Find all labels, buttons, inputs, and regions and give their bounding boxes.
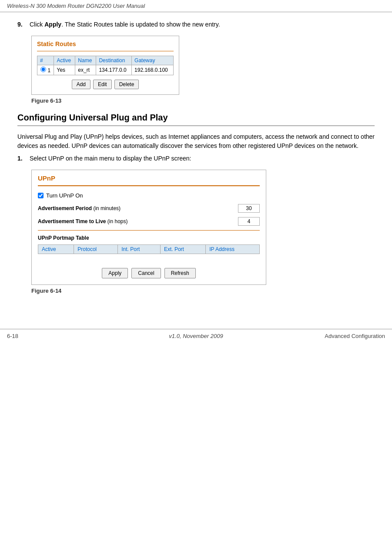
figure-6-13-caption: Figure 6-13 xyxy=(31,97,375,104)
upnp-divider2 xyxy=(38,230,260,231)
adv-period-row: Advertisement Period (in minutes) xyxy=(38,204,260,213)
static-routes-divider xyxy=(37,51,174,51)
step-9-text: Click Apply. The Static Routes table is … xyxy=(30,21,220,28)
footer-right: Advanced Configuration xyxy=(325,333,385,339)
step-1-text: Select UPnP on the main menu to display … xyxy=(30,155,191,162)
step-1: 1. Select UPnP on the main menu to displ… xyxy=(17,155,375,167)
col-hash: # xyxy=(37,56,54,65)
header-title: Wireless-N 300 Modem Router DGN2200 User… xyxy=(7,3,145,9)
upnp-title: UPnP xyxy=(38,174,260,182)
portmap-col-protocol: Protocol xyxy=(74,245,118,254)
step-1-number: 1. xyxy=(17,155,26,167)
upnp-box: UPnP Turn UPnP On Advertisement Period (… xyxy=(31,170,266,285)
apply-bold: Apply xyxy=(44,21,61,28)
refresh-button[interactable]: Refresh xyxy=(164,268,196,278)
edit-button[interactable]: Edit xyxy=(93,80,112,89)
adv-ttl-row: Advertisement Time to Live (in hops) xyxy=(38,217,260,226)
cell-name: ex_rt xyxy=(75,65,96,75)
upnp-divider xyxy=(38,185,260,186)
step-9-number: 9. xyxy=(17,21,26,33)
cell-gateway: 192.168.0.100 xyxy=(132,65,174,75)
adv-ttl-label: Advertisement Time to Live (in hops) xyxy=(38,218,238,224)
cell-active: Yes xyxy=(54,65,75,75)
figure-6-14-caption: Figure 6-14 xyxy=(31,288,375,294)
row-radio[interactable] xyxy=(40,67,46,72)
footer-center: v1.0, November 2009 xyxy=(169,333,223,339)
turn-upnp-on-checkbox[interactable] xyxy=(38,193,44,198)
portmap-col-active: Active xyxy=(38,245,74,254)
adv-period-suffix: (in minutes) xyxy=(92,205,121,211)
col-gateway: Gateway xyxy=(132,56,174,65)
step-9: 9. Click Apply. The Static Routes table … xyxy=(17,21,375,33)
upnp-buttons: Apply Cancel Refresh xyxy=(38,268,260,278)
static-routes-title: Static Routes xyxy=(37,40,174,47)
page-footer: 6-18 v1.0, November 2009 Advanced Config… xyxy=(0,329,392,343)
static-routes-box: Static Routes # Active Name Destination … xyxy=(31,36,179,95)
turn-upnp-on-label: Turn UPnP On xyxy=(46,192,83,199)
portmap-table: Active Protocol Int. Port Ext. Port IP A… xyxy=(38,244,260,263)
col-name: Name xyxy=(75,56,96,65)
col-destination: Destination xyxy=(96,56,132,65)
portmap-empty-row xyxy=(38,254,260,263)
static-routes-buttons: Add Edit Delete xyxy=(37,80,174,89)
apply-button[interactable]: Apply xyxy=(102,268,128,278)
delete-button[interactable]: Delete xyxy=(114,80,139,89)
page-content: 9. Click Apply. The Static Routes table … xyxy=(0,12,392,311)
portmap-title: UPnP Portmap Table xyxy=(38,235,260,241)
adv-ttl-suffix: (in hops) xyxy=(106,218,128,224)
adv-period-label: Advertisement Period (in minutes) xyxy=(38,205,238,211)
cell-destination: 134.177.0.0 xyxy=(96,65,132,75)
static-routes-table: # Active Name Destination Gateway 1 Yes … xyxy=(37,56,174,75)
adv-period-input[interactable] xyxy=(238,204,260,213)
add-button[interactable]: Add xyxy=(72,80,90,89)
portmap-col-ext-port: Ext. Port xyxy=(160,245,205,254)
portmap-col-int-port: Int. Port xyxy=(118,245,161,254)
table-row: 1 Yes ex_rt 134.177.0.0 192.168.0.100 xyxy=(37,65,174,75)
body-para-1: Universal Plug and Play (UPnP) helps dev… xyxy=(17,132,375,151)
footer-left: 6-18 xyxy=(7,333,18,339)
portmap-col-ip: IP Address xyxy=(206,245,260,254)
turn-upnp-on-row: Turn UPnP On xyxy=(38,192,260,199)
adv-ttl-input[interactable] xyxy=(238,217,260,226)
section-heading: Configuring Universal Plug and Play xyxy=(17,113,375,126)
cancel-button[interactable]: Cancel xyxy=(131,268,161,278)
col-active: Active xyxy=(54,56,75,65)
page-header: Wireless-N 300 Modem Router DGN2200 User… xyxy=(0,0,392,12)
cell-radio: 1 xyxy=(37,65,54,75)
